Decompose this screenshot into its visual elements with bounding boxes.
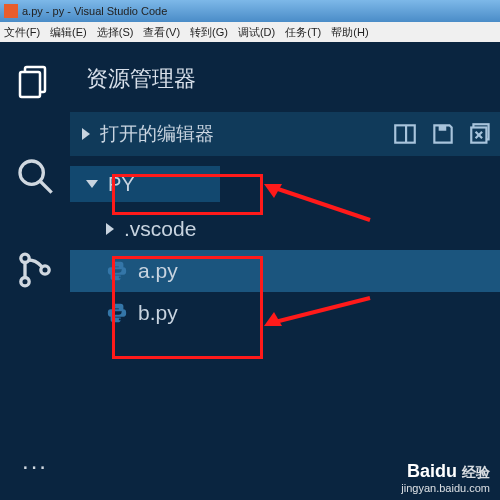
tree-label: b.py: [138, 301, 178, 325]
chevron-right-icon: [106, 223, 114, 235]
menu-view[interactable]: 查看(V): [143, 25, 180, 40]
chevron-down-icon: [86, 180, 98, 188]
folder-root-label: PY: [108, 173, 135, 196]
watermark-url: jingyan.baidu.com: [401, 482, 490, 494]
menu-goto[interactable]: 转到(G): [190, 25, 228, 40]
toggle-layout-icon[interactable]: [392, 121, 418, 147]
svg-point-2: [20, 161, 43, 184]
menu-bar: 文件(F) 编辑(E) 选择(S) 查看(V) 转到(G) 调试(D) 任务(T…: [0, 22, 500, 42]
watermark: Baidu Baidu 经验经验 jingyan.baidu.com: [401, 461, 490, 494]
menu-file[interactable]: 文件(F): [4, 25, 40, 40]
svg-line-3: [40, 181, 52, 193]
open-editors-header[interactable]: 打开的编辑器: [70, 112, 500, 156]
folder-root[interactable]: PY: [70, 166, 220, 202]
tree-label: .vscode: [124, 217, 196, 241]
save-all-icon[interactable]: [430, 121, 456, 147]
tree-folder-vscode[interactable]: .vscode: [70, 208, 500, 250]
python-file-icon: [106, 302, 128, 324]
svg-point-6: [41, 266, 49, 274]
activity-bar: ···: [0, 42, 70, 500]
source-control-icon[interactable]: [13, 248, 57, 292]
menu-debug[interactable]: 调试(D): [238, 25, 275, 40]
menu-select[interactable]: 选择(S): [97, 25, 134, 40]
window-titlebar: a.py - py - Visual Studio Code: [0, 0, 500, 22]
menu-tasks[interactable]: 任务(T): [285, 25, 321, 40]
file-tree: .vscode a.py b.py: [70, 202, 500, 334]
menu-edit[interactable]: 编辑(E): [50, 25, 87, 40]
svg-rect-9: [439, 125, 447, 130]
close-all-icon[interactable]: [468, 121, 494, 147]
open-editors-label: 打开的编辑器: [100, 121, 214, 147]
sidebar-title: 资源管理器: [70, 56, 500, 112]
tree-file-b[interactable]: b.py: [70, 292, 500, 334]
more-icon[interactable]: ···: [22, 452, 48, 480]
menu-help[interactable]: 帮助(H): [331, 25, 368, 40]
python-file-icon: [106, 260, 128, 282]
svg-rect-1: [20, 72, 40, 97]
tree-file-a[interactable]: a.py: [70, 250, 500, 292]
svg-point-5: [21, 278, 29, 286]
search-icon[interactable]: [13, 154, 57, 198]
explorer-sidebar: 资源管理器 打开的编辑器 PY .vscode a.py: [70, 42, 500, 500]
explorer-icon[interactable]: [13, 60, 57, 104]
window-title: a.py - py - Visual Studio Code: [22, 5, 167, 17]
svg-point-4: [21, 254, 29, 262]
app-icon: [4, 4, 18, 18]
chevron-right-icon: [82, 128, 90, 140]
tree-label: a.py: [138, 259, 178, 283]
